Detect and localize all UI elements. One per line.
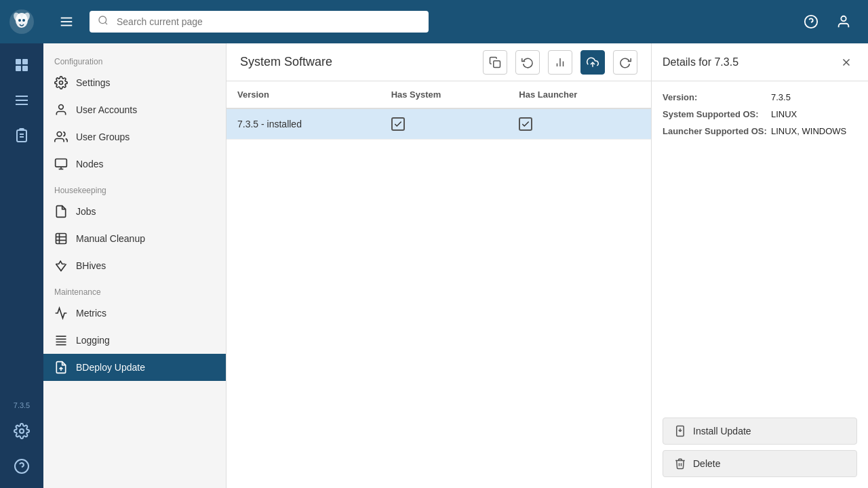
search-bar xyxy=(90,11,429,33)
toolbar-chart-button[interactable] xyxy=(548,50,572,75)
sidebar-item-user-groups[interactable]: User Groups xyxy=(43,123,226,150)
details-row-version: Version: 7.3.5 xyxy=(663,92,857,102)
sidebar-label-user-accounts: User Accounts xyxy=(76,104,137,115)
svg-point-5 xyxy=(22,19,25,22)
app-logo xyxy=(0,0,43,43)
svg-rect-8 xyxy=(16,66,21,71)
version-label: 7.3.5 xyxy=(14,399,30,412)
details-title: Details for 7.3.5 xyxy=(663,56,835,68)
svg-rect-6 xyxy=(16,59,21,64)
settings-bottom-icon[interactable] xyxy=(5,415,38,447)
main-container: Configuration Settings User Accounts Use… xyxy=(43,0,868,488)
svg-point-29 xyxy=(57,132,62,137)
sidebar-label-logging: Logging xyxy=(76,335,110,346)
details-header: Details for 7.3.5 xyxy=(652,43,868,81)
top-bar-right xyxy=(797,8,857,35)
table-container: Version Has System Has Launcher 7.3.5 - … xyxy=(226,81,651,488)
nav-grid-icon[interactable] xyxy=(5,49,38,81)
col-has-system: Has System xyxy=(380,81,509,108)
housekeeping-label: Housekeeping xyxy=(43,178,226,198)
icon-bar-nav xyxy=(0,43,43,399)
svg-point-28 xyxy=(59,105,64,110)
sidebar-item-nodes[interactable]: Nodes xyxy=(43,150,226,178)
sidebar-label-settings: Settings xyxy=(76,77,111,88)
sidebar-item-settings[interactable]: Settings xyxy=(43,69,226,96)
install-update-button[interactable]: Install Update xyxy=(663,418,857,445)
toolbar-reload-button[interactable] xyxy=(613,50,637,75)
delete-label: Delete xyxy=(693,458,720,469)
svg-rect-7 xyxy=(22,59,28,64)
sidebar-label-manual-cleanup: Manual Cleanup xyxy=(76,233,145,244)
svg-rect-33 xyxy=(56,234,66,244)
svg-point-4 xyxy=(18,19,21,22)
search-input[interactable] xyxy=(90,11,429,33)
details-label-launcher-os: Launcher Supported OS: xyxy=(663,126,771,136)
details-actions: Install Update Delete xyxy=(652,412,868,488)
details-panel: Details for 7.3.5 Version: 7.3.5 System … xyxy=(651,43,868,488)
search-icon xyxy=(98,15,108,28)
panel-title: System Software xyxy=(240,55,475,69)
delete-button[interactable]: Delete xyxy=(663,450,857,477)
sidebar-item-metrics[interactable]: Metrics xyxy=(43,300,226,327)
toolbar-cloud-upload-button[interactable] xyxy=(580,50,605,75)
icon-bar-bottom: 7.3.5 xyxy=(0,399,43,488)
details-value-system-os: LINUX xyxy=(771,109,797,119)
sidebar-item-bhives[interactable]: BHives xyxy=(43,252,226,279)
nav-list-icon[interactable] xyxy=(5,84,38,117)
sidebar-label-metrics: Metrics xyxy=(76,308,106,319)
details-row-system-os: System Supported OS: LINUX xyxy=(663,109,857,119)
sidebar: Configuration Settings User Accounts Use… xyxy=(43,43,226,488)
toolbar-copy-button[interactable] xyxy=(483,50,507,75)
maintenance-label: Maintenance xyxy=(43,279,226,300)
hamburger-button[interactable] xyxy=(54,9,79,34)
details-close-button[interactable] xyxy=(835,52,857,73)
main-panel: System Software xyxy=(226,43,651,488)
top-bar xyxy=(43,0,868,43)
svg-rect-9 xyxy=(22,66,28,71)
configuration-label: Configuration xyxy=(43,49,226,69)
details-value-launcher-os: LINUX, WINDOWS xyxy=(771,126,846,136)
sidebar-item-manual-cleanup[interactable]: Manual Cleanup xyxy=(43,225,226,252)
content-area: Configuration Settings User Accounts Use… xyxy=(43,43,868,488)
install-update-label: Install Update xyxy=(693,426,751,436)
toolbar-refresh-circle-button[interactable] xyxy=(515,50,540,75)
details-body: Version: 7.3.5 System Supported OS: LINU… xyxy=(652,81,868,412)
sidebar-item-user-accounts[interactable]: User Accounts xyxy=(43,96,226,123)
cell-has-system xyxy=(380,108,509,140)
sidebar-label-bhives: BHives xyxy=(76,260,106,271)
icon-bar: 7.3.5 xyxy=(0,0,43,488)
has-launcher-checkbox xyxy=(519,117,532,131)
sidebar-item-jobs[interactable]: Jobs xyxy=(43,198,226,225)
sidebar-label-nodes: Nodes xyxy=(76,159,103,169)
svg-point-26 xyxy=(841,16,846,21)
svg-line-23 xyxy=(105,22,107,24)
svg-point-16 xyxy=(20,429,24,433)
panel-header: System Software xyxy=(226,43,651,81)
has-system-checkbox xyxy=(391,117,405,131)
software-table: Version Has System Has Launcher 7.3.5 - … xyxy=(226,81,651,140)
user-icon[interactable] xyxy=(830,8,857,35)
sidebar-label-bdeploy-update: BDeploy Update xyxy=(76,362,145,373)
details-label-system-os: System Supported OS: xyxy=(663,109,771,119)
col-has-launcher: Has Launcher xyxy=(508,81,651,108)
sidebar-item-logging[interactable]: Logging xyxy=(43,327,226,354)
sidebar-item-bdeploy-update[interactable]: BDeploy Update xyxy=(43,354,226,381)
table-row[interactable]: 7.3.5 - installed xyxy=(226,108,651,140)
svg-point-27 xyxy=(60,81,63,85)
details-label-version: Version: xyxy=(663,92,771,102)
cell-has-launcher xyxy=(508,108,651,140)
sidebar-label-user-groups: User Groups xyxy=(76,131,130,142)
svg-point-22 xyxy=(99,16,106,24)
help-icon[interactable] xyxy=(797,8,825,35)
sidebar-label-jobs: Jobs xyxy=(76,206,96,217)
details-row-launcher-os: Launcher Supported OS: LINUX, WINDOWS xyxy=(663,126,857,136)
svg-rect-13 xyxy=(17,130,26,142)
col-version: Version xyxy=(226,81,380,108)
svg-rect-41 xyxy=(494,60,500,67)
svg-rect-30 xyxy=(56,159,67,167)
help-bottom-icon[interactable] xyxy=(5,450,38,483)
nav-clipboard-icon[interactable] xyxy=(5,119,38,152)
details-value-version: 7.3.5 xyxy=(771,92,791,102)
cell-version: 7.3.5 - installed xyxy=(226,108,380,140)
